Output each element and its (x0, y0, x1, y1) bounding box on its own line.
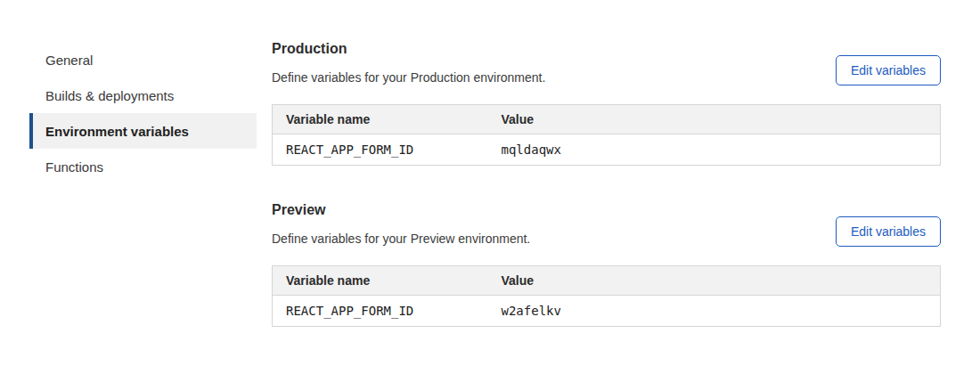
production-section-title: Production (272, 39, 545, 59)
preview-section-description: Define variables for your Preview enviro… (272, 231, 530, 247)
table-row: REACT_APP_FORM_ID mqldaqwx (273, 134, 941, 166)
sidebar-item-label: Environment variables (45, 124, 189, 139)
settings-sidebar: General Builds & deployments Environment… (29, 0, 257, 184)
sidebar-item-label: Builds & deployments (45, 88, 174, 103)
sidebar-item-label: General (45, 53, 93, 68)
production-edit-variables-button[interactable]: Edit variables (836, 55, 941, 85)
table-header-row: Variable name Value (273, 266, 941, 296)
column-header-value: Value (488, 266, 941, 296)
sidebar-item-general[interactable]: General (29, 42, 257, 77)
preview-edit-variables-button[interactable]: Edit variables (836, 216, 941, 247)
variable-value-cell: w2afelkv (488, 296, 941, 327)
environment-variables-panel: Production Define variables for your Pro… (272, 0, 941, 327)
sidebar-item-builds-deployments[interactable]: Builds & deployments (29, 77, 257, 113)
production-heading-block: Production Define variables for your Pro… (272, 39, 545, 85)
production-section: Production Define variables for your Pro… (272, 39, 941, 166)
settings-page: General Builds & deployments Environment… (0, 0, 980, 327)
preview-section: Preview Define variables for your Previe… (272, 200, 941, 327)
production-section-description: Define variables for your Production env… (272, 69, 545, 85)
preview-heading-block: Preview Define variables for your Previe… (272, 200, 530, 247)
column-header-variable-name: Variable name (273, 266, 488, 296)
production-section-header: Production Define variables for your Pro… (272, 39, 941, 85)
preview-variables-table: Variable name Value REACT_APP_FORM_ID w2… (272, 265, 941, 327)
table-row: REACT_APP_FORM_ID w2afelkv (273, 296, 941, 327)
sidebar-item-label: Functions (45, 159, 103, 175)
variable-name-cell: REACT_APP_FORM_ID (273, 134, 488, 166)
column-header-value: Value (488, 105, 941, 134)
sidebar-item-functions[interactable]: Functions (29, 149, 257, 184)
column-header-variable-name: Variable name (273, 105, 488, 134)
variable-name-cell: REACT_APP_FORM_ID (273, 296, 488, 327)
preview-section-title: Preview (272, 200, 530, 220)
variable-value-cell: mqldaqwx (488, 134, 941, 166)
preview-section-header: Preview Define variables for your Previe… (272, 200, 941, 247)
table-header-row: Variable name Value (273, 105, 941, 134)
sidebar-item-environment-variables[interactable]: Environment variables (29, 113, 257, 149)
production-variables-table: Variable name Value REACT_APP_FORM_ID mq… (272, 104, 941, 166)
